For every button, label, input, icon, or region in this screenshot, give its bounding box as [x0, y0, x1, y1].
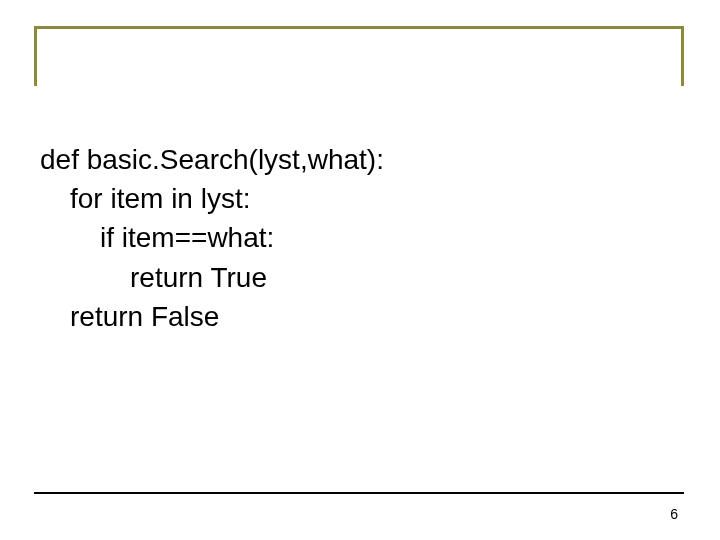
code-line: return True — [40, 258, 680, 297]
title-box — [34, 26, 684, 86]
bottom-rule — [34, 492, 684, 494]
page-number: 6 — [670, 506, 678, 522]
code-line: def basic.Search(lyst,what): — [40, 140, 680, 179]
code-line: if item==what: — [40, 218, 680, 257]
code-block: def basic.Search(lyst,what): for item in… — [40, 140, 680, 336]
code-line: return False — [40, 297, 680, 336]
slide: def basic.Search(lyst,what): for item in… — [0, 0, 720, 540]
code-line: for item in lyst: — [40, 179, 680, 218]
